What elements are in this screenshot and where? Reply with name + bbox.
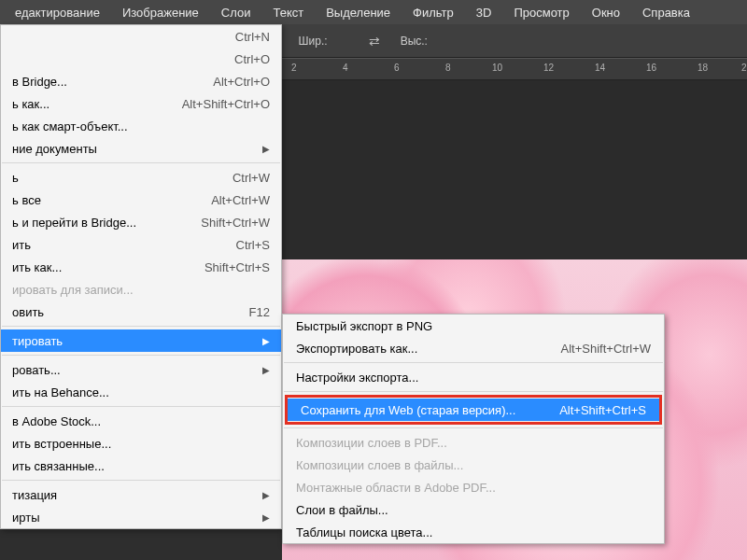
ruler-tick: 14 (595, 63, 605, 73)
menu-item-close-bridge[interactable]: ь и перейти в Bridge...Shift+Ctrl+W (1, 211, 281, 233)
menu-window[interactable]: Окно (581, 2, 631, 23)
file-menu: Ctrl+N Ctrl+O в Bridge...Alt+Ctrl+O ь ка… (0, 24, 282, 529)
menu-item-adobe-stock[interactable]: в Adobe Stock... (1, 410, 281, 432)
ruler: 2 4 6 8 10 12 14 16 18 2 (282, 58, 747, 80)
menu-item-open-smart[interactable]: ь как смарт-объект... (1, 115, 281, 137)
separator (284, 391, 663, 392)
menu-item-close-all[interactable]: ь всеAlt+Ctrl+W (1, 189, 281, 211)
swap-icon[interactable]: ⇄ (369, 34, 380, 49)
menu-item-checkin: ировать для записи... (1, 278, 281, 301)
ruler-tick: 2 (291, 63, 297, 73)
menu-item-place-embedded[interactable]: ить встроенные... (1, 432, 281, 455)
menu-help[interactable]: Справка (631, 2, 701, 23)
highlight-box: Сохранить для Web (старая версия)...Alt+… (285, 395, 662, 425)
submenu-layers-to-files[interactable]: Слои в файлы... (283, 498, 664, 521)
ruler-tick: 8 (445, 63, 451, 73)
menu-item-save[interactable]: итьCtrl+S (1, 233, 281, 256)
separator (284, 427, 663, 428)
menu-item-open-as[interactable]: ь как...Alt+Shift+Ctrl+O (1, 92, 281, 115)
menu-item-automate[interactable]: тизация▶ (1, 483, 281, 506)
submenu-save-for-web[interactable]: Сохранить для Web (старая версия)...Alt+… (288, 399, 659, 421)
submenu-artboards-pdf: Монтажные области в Adobe PDF... (283, 476, 664, 498)
menu-edit[interactable]: едактирование (4, 2, 111, 23)
ruler-tick: 2 (741, 63, 747, 73)
submenu-layer-comps-files: Композиции слоев в файлы... (283, 454, 664, 476)
menu-item-save-as[interactable]: ить как...Shift+Ctrl+S (1, 256, 281, 278)
separator (2, 480, 280, 481)
submenu-quick-export-png[interactable]: Быстрый экспорт в PNG (283, 315, 664, 337)
menu-item-export[interactable]: тировать▶ (1, 329, 281, 352)
menu-item-behance[interactable]: ить на Behance... (1, 381, 281, 403)
chevron-right-icon: ▶ (253, 365, 270, 375)
menu-item-close[interactable]: ьCtrl+W (1, 166, 281, 189)
height-label: Выс.: (401, 35, 428, 48)
separator (2, 406, 280, 407)
submenu-export-as[interactable]: Экспортировать как...Alt+Shift+Ctrl+W (283, 337, 664, 359)
menu-image[interactable]: Изображение (111, 2, 210, 23)
width-label: Шир.: (299, 35, 328, 48)
ruler-tick: 18 (698, 63, 708, 73)
menubar[interactable]: едактирование Изображение Слои Текст Выд… (0, 0, 747, 24)
ruler-tick: 6 (394, 63, 400, 73)
menu-item-open[interactable]: Ctrl+O (1, 48, 281, 70)
chevron-right-icon: ▶ (253, 336, 270, 346)
export-submenu: Быстрый экспорт в PNG Экспортировать как… (282, 314, 665, 544)
menu-select[interactable]: Выделение (315, 2, 402, 23)
ruler-tick: 16 (646, 63, 656, 73)
menu-filter[interactable]: Фильтр (402, 2, 465, 23)
chevron-right-icon: ▶ (253, 144, 270, 154)
menu-item-browse-bridge[interactable]: в Bridge...Alt+Ctrl+O (1, 70, 281, 92)
separator (284, 362, 663, 363)
menu-item-generate[interactable]: ровать...▶ (1, 358, 281, 381)
menu-layers[interactable]: Слои (210, 2, 262, 23)
menu-item-scripts[interactable]: ирты▶ (1, 506, 281, 528)
ruler-tick: 12 (543, 63, 554, 73)
menu-item-revert[interactable]: овитьF12 (1, 301, 281, 323)
chevron-right-icon: ▶ (253, 512, 270, 523)
menu-item-recent[interactable]: ние документы▶ (1, 137, 281, 160)
menu-view[interactable]: Просмотр (502, 2, 580, 23)
menu-item-new[interactable]: Ctrl+N (1, 25, 281, 48)
submenu-export-preferences[interactable]: Настройки экспорта... (283, 366, 664, 388)
separator (2, 355, 280, 356)
menu-3d[interactable]: 3D (465, 2, 503, 23)
submenu-color-lookup-tables[interactable]: Таблицы поиска цвета... (283, 521, 664, 543)
ruler-tick: 10 (492, 63, 502, 73)
menu-item-place-linked[interactable]: ить связанные... (1, 455, 281, 477)
submenu-layer-comps-pdf: Композиции слоев в PDF... (283, 431, 664, 454)
chevron-right-icon: ▶ (253, 490, 270, 500)
menu-text[interactable]: Текст (261, 2, 315, 23)
separator (2, 326, 280, 327)
ruler-tick: 4 (343, 63, 348, 73)
separator (2, 162, 280, 163)
